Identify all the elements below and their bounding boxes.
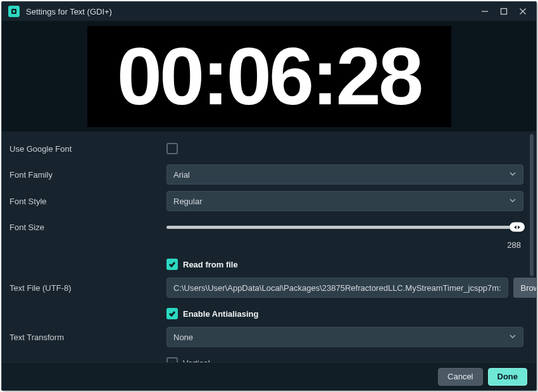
font-family-select[interactable]: Arial [166, 164, 523, 185]
read-from-file-label: Read from file [183, 260, 238, 269]
google-font-label: Use Google Font [9, 144, 166, 154]
enable-antialiasing-checkbox[interactable] [166, 308, 178, 319]
font-family-label: Font Family [9, 170, 166, 180]
chevron-down-icon [509, 333, 516, 342]
text-transform-value: None [173, 333, 509, 342]
font-family-value: Arial [173, 170, 509, 180]
done-button[interactable]: Done [488, 368, 528, 386]
text-file-input[interactable]: C:\Users\User\AppData\Local\Packages\238… [166, 278, 508, 298]
text-file-label: Text File (UTF-8) [9, 283, 166, 293]
slider-thumb[interactable] [510, 223, 525, 232]
font-style-label: Font Style [9, 197, 166, 206]
font-size-slider[interactable] [166, 226, 523, 229]
preview-area: 00:06:28 [2, 21, 536, 132]
vertical-checkbox[interactable] [166, 357, 178, 362]
timer-preview: 00:06:28 [87, 26, 451, 127]
titlebar: Settings for Text (GDI+) [2, 2, 536, 21]
font-size-value: 288 [9, 240, 523, 250]
timer-text: 00:06:28 [117, 36, 421, 117]
settings-window: Settings for Text (GDI+) 00:06:28 Use Go… [1, 1, 537, 391]
google-font-checkbox[interactable] [166, 143, 178, 154]
dialog-footer: Cancel Done [2, 362, 536, 390]
font-style-value: Regular [173, 197, 509, 206]
minimize-button[interactable] [475, 4, 494, 18]
font-style-select[interactable]: Regular [166, 191, 523, 211]
settings-form: Use Google Font Font Family Arial Font S… [2, 132, 536, 362]
scrollbar-thumb[interactable] [530, 134, 534, 276]
text-transform-select[interactable]: None [166, 327, 523, 347]
vertical-label: Vertical [183, 358, 210, 363]
svg-rect-3 [501, 9, 507, 15]
cancel-button[interactable]: Cancel [438, 368, 482, 386]
window-title: Settings for Text (GDI+) [26, 7, 475, 16]
scrollbar-track[interactable] [530, 134, 534, 360]
maximize-button[interactable] [494, 4, 513, 18]
font-size-label: Font Size [9, 223, 166, 232]
enable-antialiasing-label: Enable Antialiasing [183, 309, 258, 319]
svg-point-1 [13, 10, 15, 13]
close-button[interactable] [513, 4, 532, 18]
chevron-down-icon [509, 170, 516, 180]
app-icon [8, 6, 20, 17]
read-from-file-checkbox[interactable] [166, 259, 178, 270]
window-controls [475, 4, 532, 18]
text-transform-label: Text Transform [9, 333, 166, 342]
chevron-down-icon [509, 197, 516, 206]
